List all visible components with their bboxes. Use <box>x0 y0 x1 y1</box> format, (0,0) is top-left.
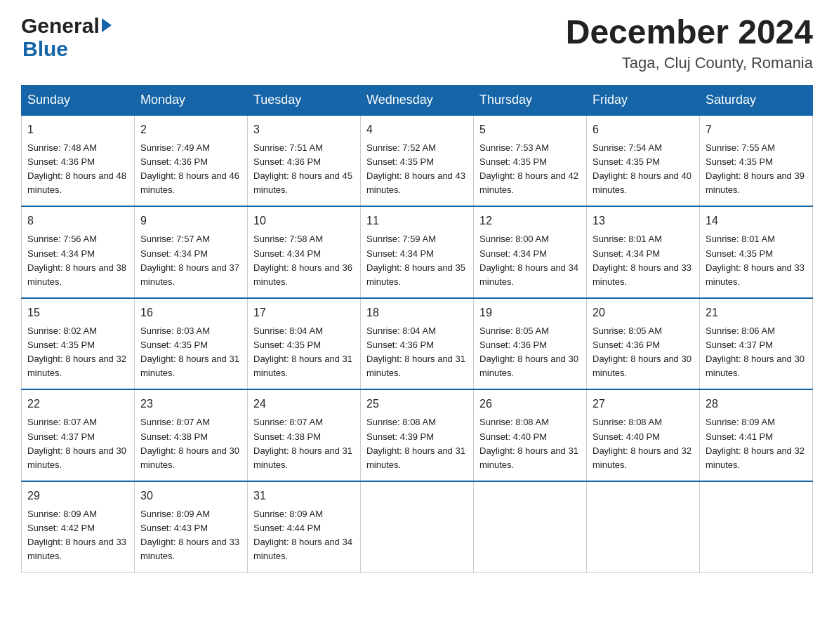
logo-triangle-icon <box>102 18 112 32</box>
day-info: Sunrise: 7:58 AMSunset: 4:34 PMDaylight:… <box>253 234 352 286</box>
calendar-day-cell: 15 Sunrise: 8:02 AMSunset: 4:35 PMDaylig… <box>22 298 135 390</box>
calendar-day-cell <box>361 481 474 572</box>
calendar-day-cell: 30 Sunrise: 8:09 AMSunset: 4:43 PMDaylig… <box>135 481 248 572</box>
day-info: Sunrise: 8:07 AMSunset: 4:38 PMDaylight:… <box>253 417 352 469</box>
day-info: Sunrise: 7:57 AMSunset: 4:34 PMDaylight:… <box>140 234 239 286</box>
day-number: 14 <box>706 213 807 229</box>
day-info: Sunrise: 7:55 AMSunset: 4:35 PMDaylight:… <box>706 142 805 195</box>
weekday-header-wednesday: Wednesday <box>361 85 474 115</box>
weekday-header-friday: Friday <box>587 85 700 115</box>
calendar-day-cell: 5 Sunrise: 7:53 AMSunset: 4:35 PMDayligh… <box>474 115 587 207</box>
calendar-week-row: 29 Sunrise: 8:09 AMSunset: 4:42 PMDaylig… <box>22 481 813 572</box>
calendar-day-cell: 3 Sunrise: 7:51 AMSunset: 4:36 PMDayligh… <box>248 115 361 207</box>
calendar-week-row: 15 Sunrise: 8:02 AMSunset: 4:35 PMDaylig… <box>22 298 813 390</box>
calendar-day-cell: 27 Sunrise: 8:08 AMSunset: 4:40 PMDaylig… <box>587 389 700 481</box>
day-number: 30 <box>140 488 241 504</box>
calendar-day-cell <box>700 481 813 572</box>
calendar-day-cell: 16 Sunrise: 8:03 AMSunset: 4:35 PMDaylig… <box>135 298 248 390</box>
calendar-day-cell: 31 Sunrise: 8:09 AMSunset: 4:44 PMDaylig… <box>248 481 361 572</box>
page-header: General Blue December 2024 Taga, Cluj Co… <box>21 14 813 72</box>
day-number: 31 <box>253 488 355 504</box>
day-number: 10 <box>253 213 355 229</box>
calendar-day-cell: 7 Sunrise: 7:55 AMSunset: 4:35 PMDayligh… <box>700 115 813 207</box>
day-number: 19 <box>479 304 581 321</box>
logo: General Blue <box>21 14 112 60</box>
calendar-day-cell: 6 Sunrise: 7:54 AMSunset: 4:35 PMDayligh… <box>587 115 700 207</box>
day-number: 11 <box>366 213 468 229</box>
calendar-week-row: 1 Sunrise: 7:48 AMSunset: 4:36 PMDayligh… <box>22 115 813 207</box>
calendar-day-cell: 28 Sunrise: 8:09 AMSunset: 4:41 PMDaylig… <box>700 389 813 481</box>
day-number: 17 <box>253 304 355 321</box>
day-info: Sunrise: 7:56 AMSunset: 4:34 PMDaylight:… <box>27 234 126 286</box>
day-number: 26 <box>479 396 581 412</box>
calendar-day-cell: 29 Sunrise: 8:09 AMSunset: 4:42 PMDaylig… <box>22 481 135 572</box>
day-info: Sunrise: 8:09 AMSunset: 4:43 PMDaylight:… <box>140 509 239 561</box>
day-info: Sunrise: 7:59 AMSunset: 4:34 PMDaylight:… <box>366 234 465 286</box>
calendar-day-cell: 18 Sunrise: 8:04 AMSunset: 4:36 PMDaylig… <box>361 298 474 390</box>
logo-general-text: General <box>21 14 100 37</box>
calendar-day-cell: 11 Sunrise: 7:59 AMSunset: 4:34 PMDaylig… <box>361 206 474 298</box>
day-number: 16 <box>140 304 241 321</box>
weekday-header-row: SundayMondayTuesdayWednesdayThursdayFrid… <box>22 85 813 115</box>
day-number: 23 <box>140 396 241 412</box>
day-number: 4 <box>366 121 468 138</box>
calendar-week-row: 8 Sunrise: 7:56 AMSunset: 4:34 PMDayligh… <box>22 206 813 298</box>
day-info: Sunrise: 8:08 AMSunset: 4:40 PMDaylight:… <box>593 417 691 469</box>
calendar-day-cell: 23 Sunrise: 8:07 AMSunset: 4:38 PMDaylig… <box>135 389 248 481</box>
calendar-day-cell: 14 Sunrise: 8:01 AMSunset: 4:35 PMDaylig… <box>700 206 813 298</box>
month-title: December 2024 <box>566 14 813 51</box>
day-info: Sunrise: 8:07 AMSunset: 4:37 PMDaylight:… <box>27 417 126 469</box>
day-info: Sunrise: 8:05 AMSunset: 4:36 PMDaylight:… <box>593 326 691 378</box>
day-number: 21 <box>706 304 807 321</box>
day-number: 18 <box>366 304 468 321</box>
day-info: Sunrise: 7:48 AMSunset: 4:36 PMDaylight:… <box>27 142 126 195</box>
day-number: 12 <box>479 213 581 229</box>
calendar-day-cell: 1 Sunrise: 7:48 AMSunset: 4:36 PMDayligh… <box>22 115 135 207</box>
location-title: Taga, Cluj County, Romania <box>566 54 813 72</box>
day-info: Sunrise: 8:06 AMSunset: 4:37 PMDaylight:… <box>706 326 805 378</box>
day-info: Sunrise: 8:09 AMSunset: 4:42 PMDaylight:… <box>27 509 126 561</box>
calendar-day-cell: 2 Sunrise: 7:49 AMSunset: 4:36 PMDayligh… <box>135 115 248 207</box>
day-info: Sunrise: 8:04 AMSunset: 4:36 PMDaylight:… <box>366 326 465 378</box>
day-info: Sunrise: 8:08 AMSunset: 4:40 PMDaylight:… <box>479 417 578 469</box>
calendar-day-cell: 13 Sunrise: 8:01 AMSunset: 4:34 PMDaylig… <box>587 206 700 298</box>
day-info: Sunrise: 8:09 AMSunset: 4:41 PMDaylight:… <box>706 417 805 469</box>
day-info: Sunrise: 8:08 AMSunset: 4:39 PMDaylight:… <box>366 417 465 469</box>
day-number: 8 <box>27 213 128 229</box>
calendar-day-cell: 21 Sunrise: 8:06 AMSunset: 4:37 PMDaylig… <box>700 298 813 390</box>
calendar-day-cell <box>587 481 700 572</box>
day-info: Sunrise: 8:02 AMSunset: 4:35 PMDaylight:… <box>27 326 126 378</box>
day-info: Sunrise: 8:01 AMSunset: 4:35 PMDaylight:… <box>706 234 805 286</box>
calendar-day-cell: 24 Sunrise: 8:07 AMSunset: 4:38 PMDaylig… <box>248 389 361 481</box>
weekday-header-thursday: Thursday <box>474 85 587 115</box>
day-number: 20 <box>593 304 694 321</box>
calendar-day-cell: 4 Sunrise: 7:52 AMSunset: 4:35 PMDayligh… <box>361 115 474 207</box>
day-info: Sunrise: 8:04 AMSunset: 4:35 PMDaylight:… <box>253 326 352 378</box>
day-number: 2 <box>140 121 241 138</box>
day-number: 28 <box>706 396 807 412</box>
day-number: 9 <box>140 213 241 229</box>
calendar-day-cell: 19 Sunrise: 8:05 AMSunset: 4:36 PMDaylig… <box>474 298 587 390</box>
calendar-day-cell: 26 Sunrise: 8:08 AMSunset: 4:40 PMDaylig… <box>474 389 587 481</box>
day-number: 25 <box>366 396 468 412</box>
day-info: Sunrise: 8:01 AMSunset: 4:34 PMDaylight:… <box>593 234 691 286</box>
calendar-day-cell: 20 Sunrise: 8:05 AMSunset: 4:36 PMDaylig… <box>587 298 700 390</box>
weekday-header-saturday: Saturday <box>700 85 813 115</box>
calendar-day-cell <box>474 481 587 572</box>
day-number: 24 <box>253 396 355 412</box>
calendar-day-cell: 10 Sunrise: 7:58 AMSunset: 4:34 PMDaylig… <box>248 206 361 298</box>
day-number: 6 <box>593 121 694 138</box>
day-number: 15 <box>27 304 128 321</box>
weekday-header-monday: Monday <box>135 85 248 115</box>
day-info: Sunrise: 8:00 AMSunset: 4:34 PMDaylight:… <box>479 234 578 286</box>
day-info: Sunrise: 7:54 AMSunset: 4:35 PMDaylight:… <box>593 142 691 195</box>
calendar-day-cell: 17 Sunrise: 8:04 AMSunset: 4:35 PMDaylig… <box>248 298 361 390</box>
day-number: 7 <box>706 121 807 138</box>
day-number: 13 <box>593 213 694 229</box>
day-info: Sunrise: 7:53 AMSunset: 4:35 PMDaylight:… <box>479 142 578 195</box>
day-info: Sunrise: 8:07 AMSunset: 4:38 PMDaylight:… <box>140 417 239 469</box>
day-info: Sunrise: 7:49 AMSunset: 4:36 PMDaylight:… <box>140 142 239 195</box>
weekday-header-sunday: Sunday <box>22 85 135 115</box>
day-number: 27 <box>593 396 694 412</box>
calendar-table: SundayMondayTuesdayWednesdayThursdayFrid… <box>21 85 813 573</box>
